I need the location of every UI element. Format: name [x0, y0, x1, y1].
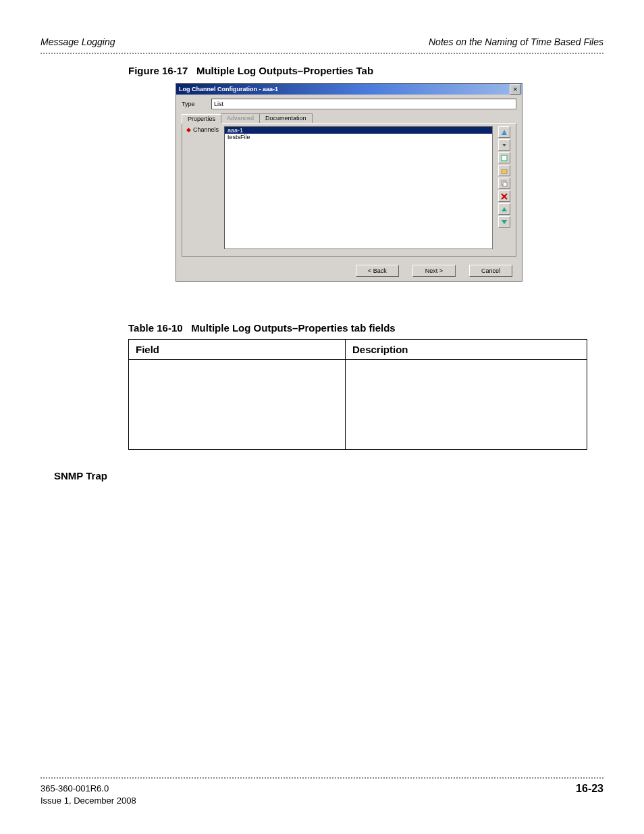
figure-number: Figure 16-17 [128, 65, 188, 76]
tab-properties[interactable]: Properties [182, 114, 221, 124]
next-button[interactable]: Next > [412, 265, 456, 277]
copy-icon[interactable] [498, 178, 510, 189]
cancel-button[interactable]: Cancel [469, 265, 512, 277]
close-icon[interactable]: ✕ [510, 84, 520, 95]
svg-rect-1 [502, 155, 507, 161]
page-number: 16-23 [576, 783, 603, 807]
scroll-icon[interactable] [498, 139, 510, 151]
figure-caption: Figure 16-17 Multiple Log Outputs–Proper… [128, 65, 603, 76]
table-caption: Table 16-10 Multiple Log Outputs–Propert… [128, 322, 603, 334]
down-icon[interactable] [498, 216, 510, 228]
figure-dialog-screenshot: Log Channel Configuration - aaa-1 ✕ Type… [176, 83, 603, 282]
dialog-button-row: < Back Next > Cancel [176, 263, 522, 281]
tabs: Properties Advanced Documentation [182, 113, 516, 123]
back-button[interactable]: < Back [356, 265, 399, 277]
up-icon[interactable] [498, 203, 510, 215]
tab-advanced[interactable]: Advanced [221, 113, 260, 123]
fields-table: Field Description [128, 339, 587, 450]
properties-panel: ◆Channels aaa-1 testsFile [182, 123, 516, 257]
open-icon[interactable] [498, 165, 510, 176]
tab-documentation[interactable]: Documentation [259, 113, 313, 123]
page: Message Logging Notes on the Naming of T… [0, 0, 644, 834]
dialog-titlebar: Log Channel Configuration - aaa-1 ✕ [176, 84, 522, 95]
running-head: Message Logging Notes on the Naming of T… [41, 36, 603, 47]
svg-marker-0 [502, 144, 506, 147]
type-field[interactable]: List [211, 99, 516, 109]
delete-icon[interactable] [498, 190, 510, 202]
running-head-left: Message Logging [41, 36, 115, 47]
footer-rule [41, 777, 603, 779]
doc-number: 365-360-001R6.0 [41, 783, 109, 793]
type-row: Type List [182, 99, 516, 109]
svg-rect-2 [502, 170, 507, 174]
type-label: Type [182, 101, 211, 107]
svg-rect-4 [503, 182, 507, 186]
add-icon[interactable] [498, 126, 510, 138]
list-item[interactable]: testsFile [225, 134, 492, 140]
col-description: Description [346, 340, 587, 360]
channels-label: ◆Channels [186, 126, 224, 249]
dialog-log-channel-config: Log Channel Configuration - aaa-1 ✕ Type… [176, 83, 522, 282]
doc-issue: Issue 1, December 2008 [41, 796, 136, 806]
section-heading: SNMP Trap [54, 470, 603, 481]
header-rule [41, 53, 603, 54]
table-cell [346, 360, 587, 450]
channels-listbox[interactable]: aaa-1 testsFile [224, 126, 493, 249]
table-title: Multiple Log Outputs–Properties tab fiel… [191, 322, 396, 334]
figure-title: Multiple Log Outputs–Properties Tab [196, 65, 373, 76]
table-number: Table 16-10 [128, 322, 183, 334]
footer: 365-360-001R6.0 Issue 1, December 2008 1… [41, 777, 603, 807]
footer-left: 365-360-001R6.0 Issue 1, December 2008 [41, 783, 136, 807]
new-icon[interactable] [498, 152, 510, 163]
table-cell [129, 360, 346, 450]
dialog-title: Log Channel Configuration - aaa-1 [179, 86, 278, 93]
running-head-right: Notes on the Naming of Time Based Files [429, 36, 603, 47]
list-item[interactable]: aaa-1 [225, 127, 492, 134]
svg-marker-7 [502, 207, 507, 211]
svg-marker-8 [502, 220, 507, 224]
col-field: Field [129, 340, 346, 360]
list-toolbar [498, 126, 512, 249]
